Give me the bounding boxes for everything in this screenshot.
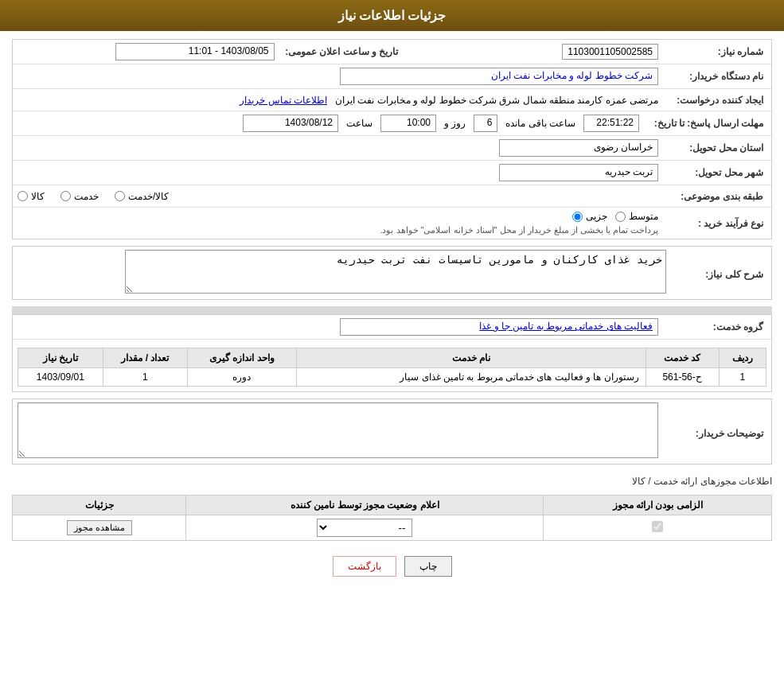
radio-partial: جزیی [572,211,607,222]
both-label: کالا/خدمت [128,191,169,202]
need-summary-value: document.querySelector('[data-name="need… [18,250,671,296]
buyer-name-row: نام دستگاه خریدار: شرکت خطوط لوله و مخاب… [13,64,771,89]
back-button[interactable]: بازگشت [333,556,396,577]
requester-row: ایجاد کننده درخواست: مرتضی عمزه کارمند م… [13,89,771,111]
requester-value: مرتضی عمزه کارمند منطقه شمال شرق شرکت خط… [18,95,663,106]
need-number-label: شماره نیاز: [663,46,766,57]
supplier-status-select[interactable]: -- [317,519,412,537]
services-table-row: 1 ح-56-561 رستوران ها و فعالیت های خدمات… [18,368,766,387]
details-cell: مشاهده مجوز [13,515,186,541]
services-table-header: ردیف کد خدمت نام خدمت واحد اندازه گیری ت… [18,348,766,368]
buyer-name-field: شرکت خطوط لوله و مخابرات نفت ایران [340,68,658,85]
col-supplier-status: اعلام وضعیت مجوز توسط نامین کننده [186,496,544,515]
col-mandatory: الزامی بودن ارائه مجوز [544,496,772,515]
remaining-days-label: روز و [444,118,466,129]
radio-medium: متوسط [615,211,658,222]
col-service-name: نام خدمت [296,348,646,368]
buyer-notes-textarea[interactable] [18,402,658,458]
delivery-city-value: تربت حیدریه [18,164,663,181]
need-summary-row: شرح کلی نیاز: document.querySelector('[d… [13,247,771,299]
permits-table-row: -- مشاهده مجوز [13,515,772,541]
service-label: خدمت [74,191,99,202]
services-section-title [12,306,772,314]
response-time-label: ساعت [346,118,372,129]
supplier-status-cell: -- [186,515,544,541]
cell-quantity: 1 [103,368,188,387]
delivery-city-row: شهر محل تحویل: تربت حیدریه [13,161,771,185]
need-number-row: شماره نیاز: 1103001105002585 تاریخ و ساع… [13,40,771,64]
purchase-type-options: جزیی متوسط پرداخت تمام یا بخشی از مبلغ خ… [18,211,663,235]
response-deadline-label: مهلت ارسال پاسخ: تا تاریخ: [639,118,766,129]
requester-text: مرتضی عمزه کارمند منطقه شمال شرق شرکت خط… [335,95,658,106]
page-header: جزئیات اطلاعات نیاز [0,0,784,31]
cell-date: 1403/09/01 [18,368,103,387]
both-radio[interactable] [115,191,125,201]
cell-service-name: رستوران ها و فعالیت های خدماتی مربوط به … [296,368,646,387]
top-info-section: شماره نیاز: 1103001105002585 تاریخ و ساع… [12,39,772,239]
response-date-field: 1403/08/12 [243,115,338,132]
services-section: گروه خدمت: فعالیت های خدماتی مربوط به تا… [12,314,772,392]
goods-label: کالا [31,191,45,202]
col-date: تاریخ نیاز [18,348,103,368]
announce-datetime-field: 1403/08/05 - 11:01 [115,43,275,60]
services-table-wrapper: ردیف کد خدمت نام خدمت واحد اندازه گیری ت… [13,340,771,391]
need-summary-label: شرح کلی نیاز: [671,266,766,280]
mandatory-checkbox [652,521,663,532]
subject-category-row: طبقه بندی موضوعی: کالا خدمت کالا/خدمت [13,185,771,208]
page-wrapper: جزئیات اطلاعات نیاز شماره نیاز: 11030011… [0,0,784,696]
announce-label: تاریخ و ساعت اعلان عمومی: [275,46,402,57]
col-service-code: کد خدمت [646,348,719,368]
medium-radio[interactable] [615,212,626,222]
need-number-value: 1103001105002585 [402,46,664,57]
buyer-notes-value [18,402,663,461]
delivery-province-value: خراسان رضوی [18,139,663,157]
buyer-notes-row: توضیحات خریدار: [13,399,771,464]
need-summary-section: شرح کلی نیاز: document.querySelector('[d… [12,246,772,300]
radio-goods: کالا [18,191,45,202]
delivery-province-row: استان محل تحویل: خراسان رضوی [13,136,771,161]
delivery-city-field: تربت حیدریه [499,164,658,181]
permits-table-header: الزامی بودن ارائه مجوز اعلام وضعیت مجوز … [13,496,772,515]
goods-radio[interactable] [18,191,28,201]
service-group-field: فعالیت های خدماتی مربوط به تامین جا و غذ… [340,318,658,336]
view-permit-button[interactable]: مشاهده مجوز [67,520,132,535]
partial-radio[interactable] [572,212,583,222]
service-radio[interactable] [60,191,71,201]
service-group-value: فعالیت های خدماتی مربوط به تامین جا و غذ… [18,318,663,336]
cell-service-code: ح-56-561 [646,368,719,387]
permits-table: الزامی بودن ارائه مجوز اعلام وضعیت مجوز … [12,495,772,541]
col-unit: واحد اندازه گیری [188,348,297,368]
response-deadline-row: مهلت ارسال پاسخ: تا تاریخ: 1403/08/12 سا… [13,111,771,136]
col-details: جزئیات [13,496,186,515]
col-quantity: تعداد / مقدار [103,348,188,368]
print-button[interactable]: چاپ [404,556,452,577]
cell-unit: دوره [188,368,297,387]
contact-info-link[interactable]: اطلاعات تماس خریدار [240,95,327,106]
buyer-name-label: نام دستگاه خریدار: [663,71,766,82]
remaining-time-label: ساعت باقی مانده [505,118,575,129]
purchase-type-row: نوع فرآیند خرید : جزیی متوسط پرداخت تمام… [13,208,771,239]
need-number-field: 1103001105002585 [562,44,658,60]
radio-both: کالا/خدمت [115,191,169,202]
delivery-province-field: خراسان رضوی [499,139,658,157]
requester-label: ایجاد کننده درخواست: [663,95,766,106]
remaining-days-field: 6 [474,115,497,132]
medium-label: متوسط [629,211,658,222]
mandatory-cell [544,515,772,541]
subject-category-label: طبقه بندی موضوعی: [663,191,766,202]
cell-row-num: 1 [719,368,766,387]
radio-service: خدمت [60,191,99,202]
buyer-notes-label: توضیحات خریدار: [663,425,766,439]
permits-table-wrapper: الزامی بودن ارائه مجوز اعلام وضعیت مجوز … [12,492,772,544]
purchase-type-label: نوع فرآیند خرید : [663,218,766,229]
response-time-field: 10:00 [380,115,436,132]
permits-section-title: اطلاعات مجوزهای ارائه خدمت / کالا [12,471,772,492]
main-content: شماره نیاز: 1103001105002585 تاریخ و ساع… [0,31,784,597]
action-row: چاپ بازگشت [12,544,772,589]
delivery-city-label: شهر محل تحویل: [663,167,766,178]
subject-category-options: کالا خدمت کالا/خدمت [18,191,663,202]
need-summary-textarea[interactable] [125,250,666,294]
delivery-province-label: استان محل تحویل: [663,142,766,154]
buyer-name-value: شرکت خطوط لوله و مخابرات نفت ایران [18,68,663,85]
service-group-row: گروه خدمت: فعالیت های خدماتی مربوط به تا… [13,315,771,340]
